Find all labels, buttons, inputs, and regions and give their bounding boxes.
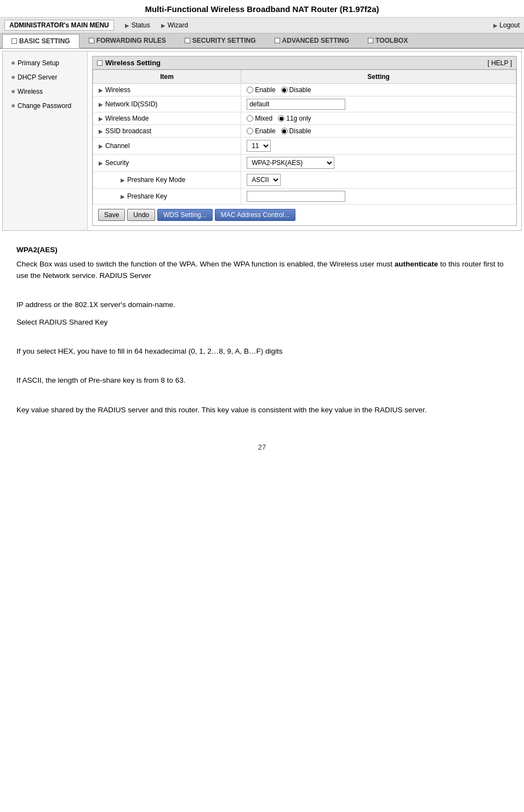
ssid-enable-radio[interactable]: Enable — [247, 127, 275, 135]
tab-security-setting[interactable]: SECURITY SETTING — [175, 33, 265, 48]
logout-button[interactable]: ▶ Logout — [493, 21, 520, 29]
sidebar: Primary Setup DHCP Server Wireless Chang… — [3, 52, 88, 230]
desc-heading: WPA2(AES) — [16, 244, 508, 256]
row-label-ssid-broadcast: ▶ SSID broadcast — [99, 127, 235, 135]
wds-setting-button[interactable]: WDS Setting... — [157, 209, 213, 221]
table-row: ▶ Security WPA2-PSK(AES) None WEP WPA-PS… — [93, 155, 516, 172]
bold-authenticate: authenticate — [395, 260, 438, 268]
top-nav: ADMINISTRATOR's MAIN MENU ▶ Status ▶ Wiz… — [0, 18, 524, 33]
sidebar-dot-icon — [12, 104, 15, 107]
desc-para-3: Select RADIUS Shared Key — [16, 316, 508, 328]
row-label-ssid: ▶ Network ID(SSID) — [99, 100, 235, 108]
row-arrow-icon: ▶ — [99, 87, 103, 93]
status-arrow-icon: ▶ — [125, 22, 129, 29]
ssid-disable-radio[interactable]: Disable — [281, 127, 311, 135]
nav-status[interactable]: ▶ Status — [119, 20, 156, 30]
row-arrow-icon: ▶ — [99, 160, 103, 166]
ssid-broadcast-radio-group: Enable Disable — [247, 127, 510, 135]
row-arrow-icon: ▶ — [121, 177, 125, 183]
row-label-preshare-key: ▶ Preshare Key — [110, 192, 235, 200]
tab-toolbox[interactable]: TOOLBOX — [358, 33, 417, 48]
mode-mixed-radio[interactable]: Mixed — [247, 115, 272, 122]
desc-para-5: If ASCII, the length of Pre-share key is… — [16, 374, 508, 387]
wizard-arrow-icon: ▶ — [161, 22, 166, 29]
row-arrow-icon: ▶ — [99, 143, 103, 149]
radio-circle-icon — [247, 115, 253, 122]
sidebar-dot-icon — [12, 90, 15, 93]
help-link[interactable]: [ HELP ] — [488, 59, 512, 67]
security-select[interactable]: WPA2-PSK(AES) None WEP WPA-PSK(TKIP) — [247, 157, 334, 169]
save-button[interactable]: Save — [98, 209, 125, 221]
radio-circle-icon — [247, 128, 253, 134]
mac-address-control-button[interactable]: MAC Address Control... — [215, 209, 295, 221]
row-label-wireless: ▶ Wireless — [99, 86, 235, 94]
wireless-mode-radio-group: Mixed 11g only — [247, 115, 510, 122]
radio-circle-selected-icon — [278, 115, 284, 122]
admin-menu-label[interactable]: ADMINISTRATOR's MAIN MENU — [4, 20, 114, 31]
row-label-channel: ▶ Channel — [99, 142, 235, 150]
mode-11g-radio[interactable]: 11g only — [278, 115, 311, 122]
tab-security-checkbox — [185, 38, 190, 43]
nav-wizard[interactable]: ▶ Wizard — [156, 20, 193, 30]
sidebar-item-wireless[interactable]: Wireless — [3, 84, 87, 99]
sidebar-dot-icon — [12, 61, 15, 65]
col-setting-header: Setting — [241, 70, 516, 84]
table-row: ▶ Wireless Mode Mixed — [93, 112, 516, 125]
wireless-setting-checkbox — [97, 60, 102, 66]
table-row: ▶ Network ID(SSID) — [93, 96, 516, 112]
tab-advanced-setting[interactable]: ADVANCED SETTING — [265, 33, 358, 48]
desc-para-2: IP address or the 802.1X server's domain… — [16, 299, 508, 311]
undo-button[interactable]: Undo — [127, 209, 155, 221]
setting-box-header: Wireless Setting [ HELP ] — [93, 56, 516, 70]
wireless-enable-radio[interactable]: Enable — [247, 86, 275, 94]
radio-circle-selected-icon — [281, 87, 288, 93]
main-layout: Primary Setup DHCP Server Wireless Chang… — [2, 51, 522, 231]
sidebar-dot-icon — [12, 76, 15, 79]
tab-basic-checkbox — [12, 38, 17, 44]
channel-select[interactable]: 11 1234 5678 9101213 — [247, 140, 271, 152]
radio-circle-icon — [247, 87, 253, 93]
row-label-security: ▶ Security — [99, 159, 235, 167]
header-title: Multi-Functional Wireless Broadband NAT … — [145, 4, 379, 14]
wireless-radio-group: Enable Disable — [247, 86, 510, 94]
page-number: 27 — [0, 432, 524, 457]
row-label-wireless-mode: ▶ Wireless Mode — [99, 115, 235, 122]
col-item-header: Item — [93, 70, 241, 84]
table-row: ▶ Channel 11 1234 5678 9101213 — [93, 138, 516, 155]
table-row: ▶ SSID broadcast Enable — [93, 125, 516, 138]
table-row: ▶ Wireless Enable — [93, 84, 516, 96]
tab-basic-setting[interactable]: BASIC SETTING — [2, 34, 79, 48]
setting-box-title: Wireless Setting — [97, 59, 161, 67]
tab-advanced-checkbox — [275, 38, 280, 43]
tab-forwarding-checkbox — [89, 38, 94, 43]
row-label-preshare-mode: ▶ Preshare Key Mode — [110, 176, 235, 184]
logout-arrow-icon: ▶ — [493, 22, 498, 29]
desc-para-4: If you select HEX, you have to fill in 6… — [16, 345, 508, 357]
content-area: Wireless Setting [ HELP ] Item Setting — [88, 52, 521, 230]
preshare-mode-select[interactable]: ASCII HEX — [247, 174, 281, 186]
desc-para-1: Check Box was used to switch the functio… — [16, 258, 508, 282]
settings-table: Item Setting ▶ Wireless — [93, 70, 516, 205]
row-arrow-icon: ▶ — [121, 194, 125, 200]
sidebar-item-primary-setup[interactable]: Primary Setup — [3, 56, 87, 70]
row-arrow-icon: ▶ — [99, 128, 103, 134]
desc-para-6: Key value shared by the RADIUS server an… — [16, 404, 508, 416]
ssid-input[interactable] — [247, 99, 345, 110]
row-arrow-icon: ▶ — [99, 116, 103, 122]
wireless-setting-box: Wireless Setting [ HELP ] Item Setting — [92, 56, 517, 226]
tab-forwarding-rules[interactable]: FORWARDING RULES — [79, 33, 175, 48]
table-row-preshare-key: ▶ Preshare Key — [93, 189, 516, 205]
wireless-disable-radio[interactable]: Disable — [281, 86, 311, 94]
radio-circle-selected-icon — [281, 128, 288, 134]
row-arrow-icon: ▶ — [99, 101, 103, 107]
tab-bar: BASIC SETTING FORWARDING RULES SECURITY … — [0, 33, 524, 49]
table-row-preshare-mode: ▶ Preshare Key Mode ASCII HEX — [93, 172, 516, 189]
description-section: WPA2(AES) Check Box was used to switch t… — [0, 233, 524, 432]
page-header: Multi-Functional Wireless Broadband NAT … — [0, 0, 524, 18]
sidebar-item-change-password[interactable]: Change Password — [3, 99, 87, 113]
preshare-key-input[interactable] — [247, 191, 345, 202]
button-row: Save Undo WDS Setting... MAC Address Con… — [93, 205, 516, 225]
sidebar-item-dhcp-server[interactable]: DHCP Server — [3, 70, 87, 84]
tab-toolbox-checkbox — [368, 38, 373, 43]
